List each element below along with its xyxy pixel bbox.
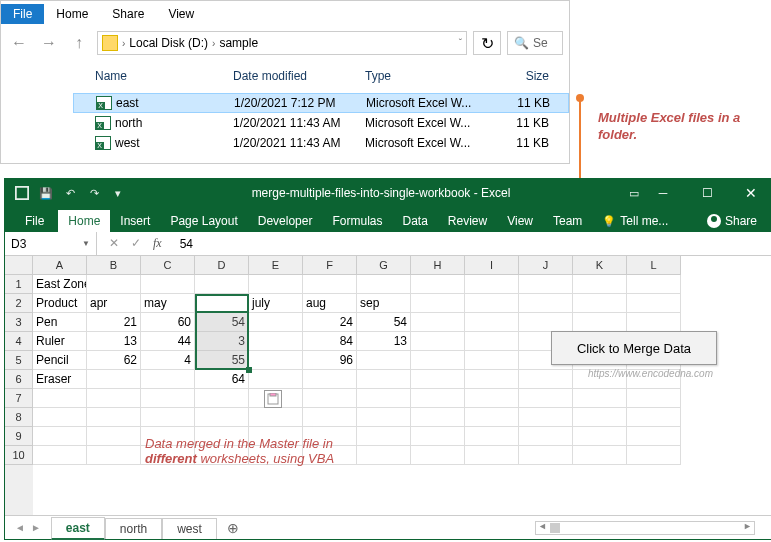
- cell[interactable]: [627, 408, 681, 427]
- cell[interactable]: [465, 446, 519, 465]
- maximize-button[interactable]: ☐: [685, 179, 729, 207]
- cell[interactable]: [87, 370, 141, 389]
- cell[interactable]: [411, 370, 465, 389]
- cell[interactable]: [357, 446, 411, 465]
- nav-up-icon[interactable]: ↑: [67, 31, 91, 55]
- cell[interactable]: 96: [303, 351, 357, 370]
- row-header[interactable]: 3: [5, 313, 33, 332]
- cell[interactable]: [627, 275, 681, 294]
- cell[interactable]: july: [249, 294, 303, 313]
- cell[interactable]: jun: [195, 294, 249, 313]
- cell[interactable]: [465, 275, 519, 294]
- cell[interactable]: [465, 408, 519, 427]
- column-header[interactable]: D: [195, 256, 249, 275]
- cell[interactable]: [465, 332, 519, 351]
- cell[interactable]: [249, 332, 303, 351]
- file-row[interactable]: east1/20/2021 7:12 PMMicrosoft Excel W..…: [73, 93, 569, 113]
- fx-icon[interactable]: fx: [153, 236, 162, 251]
- ribbon-tab-insert[interactable]: Insert: [110, 210, 160, 232]
- cell[interactable]: [87, 427, 141, 446]
- cell[interactable]: sep: [357, 294, 411, 313]
- cell[interactable]: [303, 408, 357, 427]
- formula-bar[interactable]: 54: [174, 237, 771, 251]
- cell[interactable]: [249, 370, 303, 389]
- ribbon-tab-developer[interactable]: Developer: [248, 210, 323, 232]
- cell[interactable]: aug: [303, 294, 357, 313]
- cell[interactable]: [303, 275, 357, 294]
- cell[interactable]: 21: [87, 313, 141, 332]
- cell[interactable]: [195, 408, 249, 427]
- cell[interactable]: apr: [87, 294, 141, 313]
- breadcrumb[interactable]: › Local Disk (D:) › sample ˇ: [97, 31, 467, 55]
- cell[interactable]: 84: [303, 332, 357, 351]
- cell[interactable]: [411, 389, 465, 408]
- cell[interactable]: [357, 427, 411, 446]
- row-header[interactable]: 5: [5, 351, 33, 370]
- enter-formula-icon[interactable]: ✓: [131, 236, 141, 251]
- cell[interactable]: [465, 294, 519, 313]
- sheet-tab-north[interactable]: north: [105, 518, 162, 539]
- cell[interactable]: [141, 370, 195, 389]
- cell[interactable]: [465, 389, 519, 408]
- tell-me-input[interactable]: 💡Tell me...: [592, 210, 678, 232]
- cell[interactable]: [87, 389, 141, 408]
- cell[interactable]: [519, 408, 573, 427]
- explorer-tab-file[interactable]: File: [1, 4, 44, 24]
- cell[interactable]: [573, 294, 627, 313]
- minimize-button[interactable]: ─: [641, 179, 685, 207]
- ribbon-tab-review[interactable]: Review: [438, 210, 497, 232]
- ribbon-tab-view[interactable]: View: [497, 210, 543, 232]
- cell[interactable]: [249, 408, 303, 427]
- row-header[interactable]: 2: [5, 294, 33, 313]
- row-header[interactable]: 6: [5, 370, 33, 389]
- col-header-type[interactable]: Type: [365, 69, 495, 83]
- name-box[interactable]: D3 ▼: [5, 232, 97, 255]
- cell[interactable]: [357, 389, 411, 408]
- cell[interactable]: [249, 351, 303, 370]
- cell[interactable]: [519, 313, 573, 332]
- merge-data-button[interactable]: Click to Merge Data: [551, 331, 717, 365]
- cell[interactable]: [411, 408, 465, 427]
- explorer-tab-share[interactable]: Share: [100, 4, 156, 24]
- cell[interactable]: 4: [141, 351, 195, 370]
- cell[interactable]: [33, 389, 87, 408]
- cell[interactable]: [519, 389, 573, 408]
- column-header[interactable]: H: [411, 256, 465, 275]
- cell[interactable]: [519, 294, 573, 313]
- cell[interactable]: [573, 389, 627, 408]
- cell[interactable]: may: [141, 294, 195, 313]
- row-header[interactable]: 9: [5, 427, 33, 446]
- cell[interactable]: [357, 370, 411, 389]
- column-header[interactable]: I: [465, 256, 519, 275]
- sheet-tab-west[interactable]: west: [162, 518, 217, 539]
- cell[interactable]: [627, 389, 681, 408]
- cell[interactable]: [411, 313, 465, 332]
- cell[interactable]: [411, 427, 465, 446]
- nav-back-icon[interactable]: ←: [7, 31, 31, 55]
- cell[interactable]: [249, 313, 303, 332]
- row-header[interactable]: 4: [5, 332, 33, 351]
- cell[interactable]: 54: [357, 313, 411, 332]
- file-row[interactable]: north1/20/2021 11:43 AMMicrosoft Excel W…: [73, 113, 569, 133]
- ribbon-tab-file[interactable]: File: [11, 210, 58, 232]
- cell[interactable]: [627, 427, 681, 446]
- cell[interactable]: [627, 446, 681, 465]
- cell[interactable]: 64: [195, 370, 249, 389]
- breadcrumb-part[interactable]: sample: [219, 36, 258, 50]
- cell[interactable]: [87, 446, 141, 465]
- cell[interactable]: [141, 275, 195, 294]
- cell[interactable]: East Zone: [33, 275, 87, 294]
- cell[interactable]: [357, 408, 411, 427]
- cell[interactable]: [411, 275, 465, 294]
- cell[interactable]: [87, 275, 141, 294]
- select-all-corner[interactable]: [5, 256, 33, 275]
- nav-forward-icon[interactable]: →: [37, 31, 61, 55]
- close-button[interactable]: ✕: [729, 179, 771, 207]
- col-header-size[interactable]: Size: [495, 69, 549, 83]
- cell[interactable]: [33, 408, 87, 427]
- cell[interactable]: [573, 275, 627, 294]
- cell[interactable]: [519, 275, 573, 294]
- column-header[interactable]: G: [357, 256, 411, 275]
- explorer-tab-home[interactable]: Home: [44, 4, 100, 24]
- cell[interactable]: 13: [87, 332, 141, 351]
